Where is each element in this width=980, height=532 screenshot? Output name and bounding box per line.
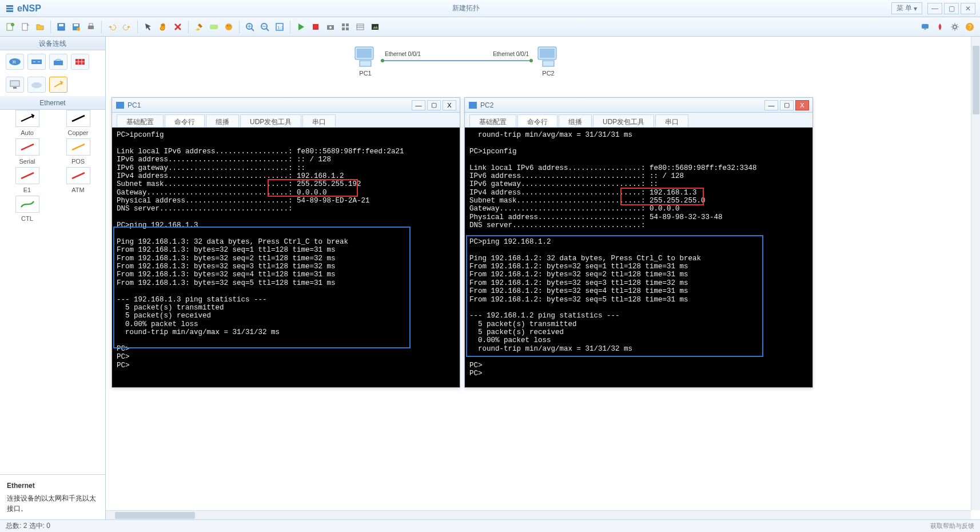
- list-icon[interactable]: [353, 20, 367, 34]
- terminal-tab[interactable]: 串口: [655, 114, 688, 127]
- terminal-minimize-button[interactable]: —: [412, 100, 425, 110]
- terminal-tab[interactable]: UDP发包工具: [240, 114, 301, 127]
- switch-icon[interactable]: [27, 54, 46, 70]
- cable-pos-icon[interactable]: [66, 138, 90, 156]
- cable-copper-icon[interactable]: [66, 110, 90, 127]
- hand-icon[interactable]: [156, 20, 170, 34]
- cable-auto-icon[interactable]: [15, 110, 39, 127]
- terminal-tab[interactable]: 组播: [559, 114, 592, 127]
- sidebar-description: Ethernet 连接设备的以太网和千兆以太接口。: [0, 474, 105, 519]
- capture-icon[interactable]: [324, 20, 337, 34]
- svg-rect-9: [89, 23, 93, 26]
- terminal-tab[interactable]: 基础配置: [469, 114, 516, 127]
- terminal-minimize-button[interactable]: —: [764, 100, 778, 110]
- topology-node-pc2[interactable]: PC2: [535, 45, 562, 77]
- device-category-row-2: [0, 73, 105, 96]
- stop-icon[interactable]: [309, 20, 322, 34]
- terminal-tab[interactable]: 命令行: [517, 114, 557, 127]
- status-left: 总数: 2 选中: 0: [6, 521, 50, 531]
- terminal-window-pc1[interactable]: PC1 — ▢ X 基础配置命令行组播UDP发包工具串口 PC>ipconfig…: [111, 97, 460, 388]
- close-button[interactable]: ✕: [961, 3, 975, 14]
- gear-icon[interactable]: [948, 20, 962, 34]
- terminal-maximize-button[interactable]: ▢: [427, 100, 441, 110]
- terminal-output-pc1[interactable]: PC>ipconfig Link local IPv6 address.....…: [112, 128, 460, 387]
- sidebar: 设备连线 R Ethernet Auto Copper Serial POS E…: [0, 37, 106, 519]
- svg-rect-23: [342, 27, 345, 30]
- terminal-tab[interactable]: 串口: [302, 114, 336, 127]
- sidebar-ethernet-header: Ethernet: [0, 96, 105, 110]
- terminal-tab[interactable]: 组播: [206, 114, 239, 127]
- terminal-window-pc2[interactable]: PC2 — ▢ X 基础配置命令行组播UDP发包工具串口 round-trip …: [464, 97, 813, 388]
- svg-point-13: [229, 25, 230, 26]
- terminal-titlebar[interactable]: PC1 — ▢ X: [112, 98, 460, 113]
- cable-ctl-icon[interactable]: [15, 196, 39, 213]
- terminal-app-icon: [468, 101, 477, 110]
- wlan-icon[interactable]: [49, 54, 67, 70]
- terminal-titlebar[interactable]: PC2 — ▢ X: [465, 98, 812, 113]
- cable-atm-icon[interactable]: [66, 167, 90, 184]
- svg-point-20: [329, 26, 332, 29]
- desc-body: 连接设备的以太网和千兆以太接口。: [7, 493, 98, 514]
- router-icon[interactable]: R: [6, 54, 24, 70]
- svg-rect-41: [360, 61, 371, 66]
- cable-label: Copper: [67, 129, 88, 136]
- zoom-out-icon[interactable]: [258, 20, 272, 34]
- status-bar: 总数: 2 选中: 0 获取帮助与反馈: [0, 519, 980, 532]
- palette-icon[interactable]: [222, 20, 236, 34]
- start-icon[interactable]: [294, 20, 308, 34]
- screenshot-icon[interactable]: [368, 20, 382, 34]
- delete-icon[interactable]: [171, 20, 185, 34]
- topology-link[interactable]: Ethernet 0/0/1 Ethernet 0/0/1: [383, 60, 531, 61]
- zoom-fit-icon[interactable]: 1:1: [273, 20, 286, 34]
- cloud-icon[interactable]: [27, 77, 46, 93]
- save-icon[interactable]: [54, 20, 68, 34]
- canvas-h-scrollbar[interactable]: [106, 510, 971, 519]
- terminal-output-pc2[interactable]: round-trip min/avg/max = 31/31/31 ms PC>…: [465, 128, 812, 387]
- link-label-left: Ethernet 0/0/1: [385, 51, 421, 57]
- redo-icon[interactable]: [120, 20, 134, 34]
- terminal-tab[interactable]: 命令行: [165, 114, 205, 127]
- print-icon[interactable]: [84, 20, 98, 34]
- connection-icon[interactable]: [49, 77, 67, 93]
- broom-icon[interactable]: [192, 20, 206, 34]
- svg-rect-4: [59, 24, 63, 26]
- desc-title: Ethernet: [7, 481, 98, 491]
- minimize-button[interactable]: —: [927, 3, 942, 14]
- topology-node-pc1[interactable]: PC1: [352, 45, 379, 77]
- svg-rect-44: [543, 61, 554, 66]
- new-file-icon[interactable]: [18, 20, 32, 34]
- help-icon[interactable]: ?: [963, 20, 977, 34]
- grid-icon[interactable]: [338, 20, 352, 34]
- text-label-icon[interactable]: [207, 20, 221, 34]
- terminal-tab[interactable]: 基础配置: [117, 114, 164, 127]
- pointer-icon[interactable]: [141, 20, 155, 34]
- menu-button[interactable]: 菜 单▾: [891, 2, 922, 14]
- maximize-button[interactable]: ▢: [944, 3, 959, 14]
- cable-serial-icon[interactable]: [15, 138, 39, 156]
- app-logo: eNSP: [5, 3, 41, 14]
- firewall-icon[interactable]: [71, 54, 89, 70]
- terminal-close-button[interactable]: X: [443, 100, 456, 110]
- terminal-close-button[interactable]: X: [795, 100, 809, 110]
- pc-icon[interactable]: [6, 77, 24, 93]
- message-icon[interactable]: [918, 20, 932, 34]
- new-topo-icon[interactable]: [3, 20, 17, 34]
- topology-canvas[interactable]: PC1 Ethernet 0/0/1 Ethernet 0/0/1 PC2 PC…: [106, 37, 980, 519]
- zoom-in-icon[interactable]: [243, 20, 257, 34]
- terminal-tab[interactable]: UDP发包工具: [593, 114, 654, 127]
- svg-point-12: [227, 25, 228, 26]
- cable-e1-icon[interactable]: [15, 167, 39, 184]
- save-as-icon[interactable]: [69, 20, 83, 34]
- canvas-v-scrollbar[interactable]: [971, 37, 980, 510]
- cable-label: POS: [71, 158, 85, 165]
- cable-label: Auto: [21, 129, 34, 136]
- cable-grid: Auto Copper Serial POS E1 ATM CTL: [0, 110, 105, 222]
- link-endpoint-right: [529, 59, 533, 62]
- open-icon[interactable]: [33, 20, 47, 34]
- terminal-maximize-button[interactable]: ▢: [780, 100, 794, 110]
- huawei-icon[interactable]: [933, 20, 947, 34]
- undo-icon[interactable]: [105, 20, 119, 34]
- main-toolbar: 1:1 ?: [0, 17, 980, 37]
- svg-rect-24: [346, 27, 349, 30]
- terminal-app-icon: [115, 101, 125, 110]
